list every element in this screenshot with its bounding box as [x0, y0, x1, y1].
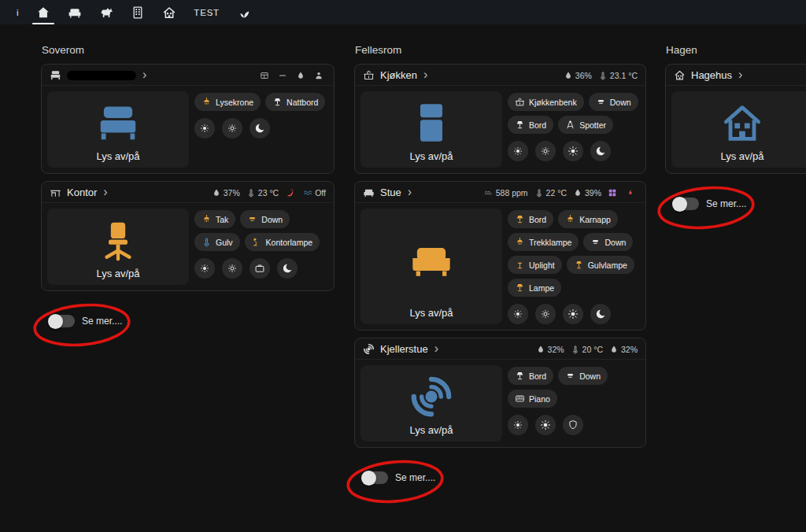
scene-icon-button[interactable] — [535, 415, 556, 435]
room-icon — [363, 69, 375, 81]
light-chip[interactable]: Kontorlampe — [245, 233, 320, 251]
sensor-value: 36% — [575, 71, 592, 80]
scene-icon-button[interactable] — [508, 304, 528, 324]
room-name: Hagehus — [691, 69, 732, 81]
light-chip[interactable]: Lysekrone — [194, 93, 261, 111]
chips-area: Tak Down — [194, 209, 328, 285]
card-header[interactable]: Stue 588 ppm — [355, 182, 645, 203]
scene-button-icon — [568, 419, 579, 430]
nav-tab[interactable] — [91, 0, 122, 24]
light-chip-label: Nattbord — [287, 98, 318, 107]
light-chip[interactable]: Gulv — [194, 233, 240, 251]
scene-icon-button[interactable] — [535, 304, 556, 324]
scene-icon-button[interactable] — [508, 141, 528, 161]
light-chip[interactable]: Nattbord — [265, 93, 325, 111]
room-column: Hagen Hagehus — [665, 44, 806, 213]
sensor-badge: 588 ppm — [484, 188, 528, 198]
nav-tab[interactable] — [153, 0, 185, 24]
se-mer-label: Se mer.... — [395, 472, 435, 483]
scene-buttons — [508, 141, 640, 161]
light-chip[interactable]: Lampe — [508, 279, 561, 297]
se-mer-toggle[interactable] — [672, 198, 699, 210]
light-tile[interactable]: Lys av/på — [671, 91, 806, 168]
scene-icon-button[interactable] — [250, 258, 270, 279]
scene-icon-button[interactable] — [194, 258, 215, 279]
light-tile-icon — [409, 100, 454, 146]
light-chip-icon — [515, 283, 525, 293]
scene-icon-button[interactable] — [250, 118, 270, 139]
se-mer-toggle[interactable] — [361, 471, 388, 484]
card-header[interactable]: Kontor 37% — [42, 182, 334, 203]
light-tile[interactable]: Lys av/på — [360, 365, 502, 441]
nav-tab[interactable]: TEST — [185, 0, 228, 24]
sensor-badge: 22 °C — [534, 188, 567, 198]
scene-icon-button[interactable] — [563, 141, 583, 161]
card-header[interactable] — [42, 65, 334, 86]
scene-icon-button[interactable] — [563, 415, 583, 435]
se-mer-toggle[interactable] — [48, 315, 75, 327]
scene-icon-button[interactable] — [508, 415, 528, 435]
light-tile-icon-wrap — [719, 98, 765, 147]
light-chip[interactable]: Bord — [508, 367, 553, 385]
nav-tab[interactable] — [59, 0, 91, 24]
chips-area: Lysekrone Nattbord — [194, 91, 328, 168]
light-chip[interactable]: Spotter — [558, 116, 613, 134]
scene-icon-button[interactable] — [590, 304, 611, 324]
light-chip[interactable]: Kjøkkenbenk — [508, 93, 584, 111]
light-chip-icon — [515, 393, 525, 404]
scene-icon-button[interactable] — [535, 141, 556, 161]
card-header[interactable]: Kjellerstue 32% — [355, 338, 645, 360]
light-chip[interactable]: Down — [589, 93, 638, 111]
nav-tab[interactable] — [28, 0, 59, 24]
light-chip[interactable]: Down — [558, 367, 608, 385]
light-chip[interactable]: Bord — [508, 210, 553, 228]
nav-tab[interactable]: i — [8, 0, 28, 24]
sensor-icon — [484, 188, 494, 198]
card-body: Lys av/på Tak — [42, 203, 334, 290]
scene-icon-button[interactable] — [277, 258, 298, 279]
scene-icon-button[interactable] — [222, 258, 242, 279]
light-chip[interactable]: Trekklampe — [508, 233, 579, 251]
light-chip-icon — [515, 260, 525, 270]
nav-tab[interactable] — [122, 0, 153, 24]
scene-icon-button[interactable] — [563, 304, 583, 324]
chevron-right-icon — [408, 187, 412, 198]
se-mer-row: Se mer.... — [361, 471, 435, 484]
nav-tab[interactable] — [228, 0, 260, 24]
scene-button-icon — [540, 308, 551, 320]
light-tile-icon — [409, 374, 454, 419]
room-icon — [363, 187, 375, 198]
light-tile[interactable]: Lys av/på — [47, 209, 189, 285]
room-card: Hagehus — [665, 64, 806, 174]
sensor-icon — [626, 188, 635, 198]
nav-tab-icon — [131, 6, 145, 20]
scene-button-icon — [568, 146, 579, 157]
sensor-badge: 32% — [609, 345, 638, 354]
light-tile[interactable]: Lys av/på — [360, 91, 502, 168]
sensor-value: 588 ppm — [496, 188, 528, 198]
light-tile[interactable]: Lys av/på — [360, 209, 502, 324]
scene-icon-button[interactable] — [222, 118, 242, 139]
light-chip[interactable]: Down — [240, 210, 290, 228]
card-header[interactable]: Hagehus — [666, 65, 806, 86]
sensor-icon — [534, 188, 544, 198]
light-chip[interactable]: Down — [583, 233, 633, 251]
light-chips: Kjøkkenbenk Down — [508, 93, 640, 134]
light-tile-icon — [409, 237, 454, 283]
light-chip-label: Bord — [529, 120, 546, 130]
light-chip[interactable]: Piano — [508, 390, 557, 408]
light-chip-label: Trekklampe — [529, 238, 571, 247]
sensor-icon — [278, 71, 287, 80]
light-chip[interactable]: Bord — [508, 116, 553, 134]
light-chip[interactable]: Karnapp — [558, 210, 618, 228]
sensor-badge: 37% — [212, 188, 240, 198]
card-header[interactable]: Kjøkken 36% — [355, 65, 645, 86]
light-tile-icon-wrap — [95, 98, 141, 147]
scene-icon-button[interactable] — [590, 141, 611, 161]
light-chip[interactable]: Tak — [194, 210, 235, 228]
light-chip-label: Down — [604, 238, 626, 247]
scene-icon-button[interactable] — [194, 118, 215, 139]
light-chip[interactable]: Gulvlampe — [567, 256, 634, 274]
light-tile[interactable]: Lys av/på — [47, 91, 189, 168]
light-chip[interactable]: Uplight — [508, 256, 562, 274]
